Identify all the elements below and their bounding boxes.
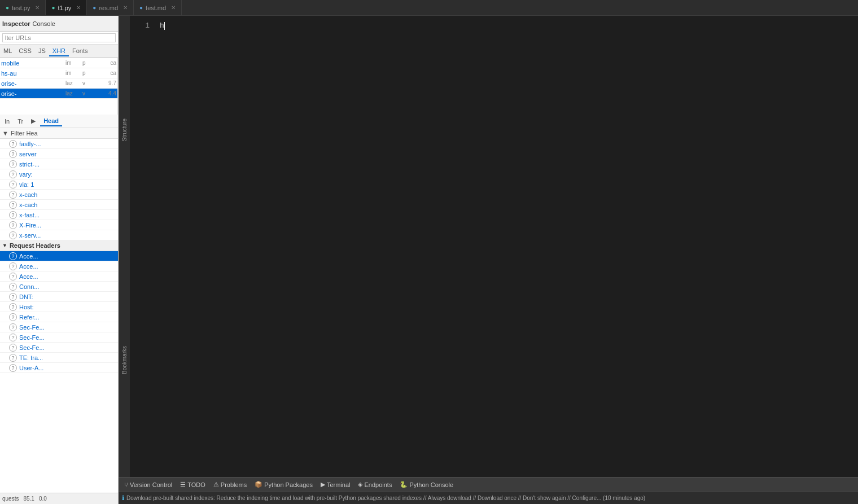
network-list: mobile im p ca hs-au im p ca orise- laz … [0,58,118,115]
toolbar-python-console[interactable]: 🐍 Python Console [396,480,457,489]
main-area: Inspector Console ML CSS JS XHR Fonts mo… [0,16,858,504]
python-packages-label: Python Packages [264,481,313,488]
row-url-2: hs-au [1,70,65,77]
header-name-secfe1: Sec-Fe... [19,324,45,331]
bookmarks-label[interactable]: Bookmarks [120,341,129,379]
header-vary[interactable]: ? vary: [0,169,118,179]
todo-icon: ☰ [180,481,186,488]
header-acce-1[interactable]: ? Acce... [0,251,118,261]
header-acce-3[interactable]: ? Acce... [0,271,118,282]
help-icon-xfast: ? [9,211,17,219]
row-proto-3: v [82,80,97,86]
row-size-2: ca [97,70,116,76]
close-tab-test-md[interactable]: ✕ [171,5,176,11]
section-triangle: ▼ [2,243,7,248]
row-size-1: ca [97,60,116,66]
header-via[interactable]: ? via: 1 [0,179,118,190]
tab-res-md[interactable]: ● res.md ✕ [87,0,134,15]
toolbar-terminal[interactable]: ▶ Terminal [317,480,354,489]
header-fastly[interactable]: ? fastly-... [0,139,118,149]
help-icon-xfire: ? [9,221,17,229]
python-console-icon: 🐍 [400,481,408,488]
header-dnt[interactable]: ? DNT: [0,292,118,302]
problems-label: Problems [221,481,247,488]
toolbar-todo[interactable]: ☰ TODO [177,480,209,489]
net-tab-css[interactable]: CSS [15,46,35,56]
header-name-xcach1: x-cach [19,191,37,198]
header-conn[interactable]: ? Conn... [0,282,118,292]
net-tab-fonts[interactable]: Fonts [69,46,91,56]
editor-cursor [164,22,165,30]
header-secfe1[interactable]: ? Sec-Fe... [0,322,118,332]
url-filter-bar [0,32,118,45]
py-icon: ● [6,5,9,11]
devtools-bottom-bar: quests 85.1 0.0 [0,493,118,504]
header-xserv[interactable]: ? x-serv... [0,230,118,240]
line-number-1: 1 [130,20,150,32]
header-te[interactable]: ? TE: tra... [0,353,118,363]
request-headers-section[interactable]: ▼ Request Headers [0,240,118,251]
header-acce-2[interactable]: ? Acce... [0,261,118,271]
sub-tab-head[interactable]: Head [40,116,62,126]
header-name-via: via: 1 [19,181,34,188]
problems-icon: ⚠ [213,481,219,488]
terminal-label: Terminal [327,481,351,488]
net-tab-xhr[interactable]: XHR [49,46,69,56]
toolbar-python-packages[interactable]: 📦 Python Packages [251,480,316,489]
net-tab-js[interactable]: JS [35,46,49,56]
help-icon-xcach2: ? [9,201,17,209]
header-name-acce3: Acce... [19,273,38,280]
headers-list[interactable]: ? fastly-... ? server ? strict-... ? var… [0,139,118,493]
close-tab-t1-py[interactable]: ✕ [76,5,81,11]
header-server[interactable]: ? server [0,149,118,159]
help-icon-conn: ? [9,283,17,291]
header-name-xfast: x-fast... [19,212,40,218]
help-icon-secfe2: ? [9,334,17,341]
notification-text: Download pre-built shared indexes: Reduc… [126,495,645,501]
row-url-1: mobile [1,60,65,67]
toolbar-problems[interactable]: ⚠ Problems [210,480,250,489]
row-proto-4: v [82,90,97,97]
network-row-2[interactable]: hs-au im p ca [0,68,117,78]
devtools-panel: Inspector Console ML CSS JS XHR Fonts mo… [0,16,119,504]
devtools-console-btn[interactable]: Console [33,20,55,27]
header-name-server: server [19,151,37,157]
structure-label[interactable]: Structure [120,114,129,146]
header-usera[interactable]: ? User-A... [0,363,118,373]
net-tab-ml[interactable]: ML [0,46,15,56]
toolbar-version-control[interactable]: ⑂ Version Control [121,480,176,489]
close-tab-res-md[interactable]: ✕ [123,5,128,11]
editor-content[interactable]: h [155,16,858,477]
sub-tab-play[interactable]: ▶ [28,116,39,126]
header-secfe2[interactable]: ? Sec-Fe... [0,332,118,343]
sub-tabs: In Tr ▶ Head [0,115,118,128]
help-icon-xcach1: ? [9,191,17,199]
header-strict[interactable]: ? strict-... [0,159,118,169]
tab-bar: ● test.py ✕ ● t1.py ✕ ● res.md ✕ ● test.… [0,0,858,16]
header-xcach1[interactable]: ? x-cach [0,190,118,200]
tab-test-md[interactable]: ● test.md ✕ [134,0,182,15]
header-name-xserv: x-serv... [19,232,41,239]
help-icon-server: ? [9,150,17,158]
close-tab-test-py[interactable]: ✕ [35,5,40,11]
header-xfast[interactable]: ? x-fast... [0,210,118,220]
md-icon: ● [93,5,96,11]
header-xcach2[interactable]: ? x-cach [0,200,118,210]
toolbar-endpoints[interactable]: ◈ Endpoints [354,480,395,489]
sub-tab-tr[interactable]: Tr [14,117,27,126]
header-xfire[interactable]: ? X-Fire... [0,220,118,230]
network-row-3[interactable]: orise- laz v 9.7 [0,78,117,89]
network-row-4[interactable]: orise- laz v 4.4 [0,89,117,99]
network-type-tabs: ML CSS JS XHR Fonts [0,45,118,58]
header-host[interactable]: ? Host: [0,302,118,312]
header-secfe3[interactable]: ? Sec-Fe... [0,343,118,353]
row-method-4: laz [65,90,82,97]
tab-t1-py[interactable]: ● t1.py ✕ [46,0,87,15]
url-filter-input[interactable] [2,33,116,42]
sub-tab-in[interactable]: In [1,117,13,126]
network-row-1[interactable]: mobile im p ca [0,58,117,68]
header-name-dnt: DNT: [19,293,33,300]
filter-icon: ▼ [2,130,8,137]
tab-test-py[interactable]: ● test.py ✕ [0,0,46,15]
header-refer[interactable]: ? Refer... [0,312,118,322]
